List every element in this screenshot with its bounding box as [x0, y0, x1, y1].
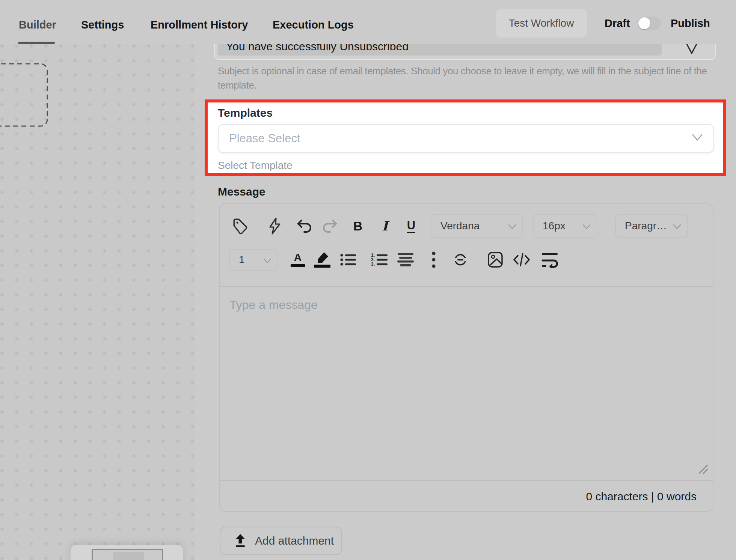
more-options-button[interactable] — [423, 249, 444, 270]
chevron-down-icon — [683, 44, 701, 56]
dynamic-content-button[interactable] — [264, 215, 285, 236]
subject-helper-text: Subject is optional in case of email tem… — [218, 64, 721, 92]
kebab-menu-icon — [431, 251, 436, 268]
redo-icon — [322, 218, 338, 233]
chevron-down-icon — [508, 224, 516, 229]
publish-label: Publish — [671, 17, 710, 30]
tag-button[interactable] — [230, 215, 251, 236]
link-button[interactable] — [450, 249, 471, 270]
highlight-box: Templates Please Select Select Template — [205, 99, 726, 176]
highlight-color-button[interactable] — [312, 249, 333, 270]
wrap-text-button[interactable] — [540, 249, 561, 270]
canvas-minimap[interactable] — [71, 545, 183, 560]
draft-label: Draft — [605, 17, 630, 30]
message-editor: B I U Verdana 16px Paragr… — [219, 203, 713, 512]
bullet-list-icon — [339, 252, 357, 267]
tag-icon — [232, 217, 249, 235]
workflow-canvas[interactable] — [0, 44, 195, 560]
bullet-list-button[interactable] — [338, 249, 359, 270]
align-icon — [397, 252, 414, 267]
subject-input[interactable]: You have successfully Unsubscribed — [218, 44, 662, 56]
text-color-swatch — [291, 264, 305, 267]
resize-handle-icon[interactable] — [698, 464, 709, 474]
line-height-dropdown[interactable]: 1 — [229, 249, 278, 271]
highlight-color-icon — [315, 252, 330, 263]
ordered-list-icon: 1. 2. 3. — [371, 252, 388, 267]
workflow-builder-app: You have successfully Unsubscribed Subje… — [0, 0, 736, 560]
templates-label: Templates — [218, 107, 273, 119]
underline-button[interactable]: U — [401, 215, 422, 236]
upload-icon — [234, 534, 247, 548]
minimap-frame — [92, 549, 163, 560]
message-input[interactable]: Type a message — [229, 298, 318, 312]
template-select-placeholder: Please Select — [229, 125, 300, 152]
toggle-knob — [638, 17, 650, 29]
add-attachment-label: Add attachment — [255, 534, 334, 547]
template-select[interactable]: Please Select — [218, 124, 714, 153]
chevron-down-icon — [673, 224, 681, 229]
chevron-down-icon — [263, 258, 271, 263]
link-icon — [452, 253, 469, 266]
subject-combobox[interactable]: You have successfully Unsubscribed — [214, 44, 716, 60]
font-size-value: 16px — [543, 220, 566, 232]
chevron-down-icon — [692, 134, 703, 142]
test-workflow-button[interactable]: Test Workflow — [496, 9, 587, 38]
paragraph-format-value: Paragr… — [625, 220, 667, 232]
active-tab-underline — [18, 42, 55, 44]
select-template-helper: Select Template — [218, 160, 293, 172]
undo-icon — [297, 218, 312, 233]
ordered-list-button[interactable]: 1. 2. 3. — [369, 249, 390, 270]
image-icon — [487, 251, 504, 268]
workflow-node-placeholder[interactable] — [0, 63, 49, 128]
tab-settings[interactable]: Settings — [81, 19, 124, 31]
bold-label: B — [353, 219, 363, 233]
chevron-down-icon — [582, 224, 591, 229]
underline-label: U — [407, 219, 415, 233]
add-attachment-button[interactable]: Add attachment — [220, 527, 342, 555]
char-word-counter: 0 characters | 0 words — [586, 490, 697, 503]
font-family-value: Verdana — [440, 220, 480, 232]
font-size-dropdown[interactable]: 16px — [533, 214, 597, 238]
publish-toggle[interactable] — [638, 17, 661, 30]
node-settings-panel: You have successfully Unsubscribed Subje… — [196, 44, 736, 560]
highlight-color-swatch — [314, 265, 330, 268]
redo-button[interactable] — [319, 215, 340, 236]
paragraph-format-dropdown[interactable]: Paragr… — [615, 214, 688, 238]
italic-label: I — [382, 218, 388, 233]
text-color-letter: A — [294, 252, 302, 263]
svg-text:3.: 3. — [371, 262, 375, 267]
lightning-icon — [267, 217, 283, 235]
tab-builder[interactable]: Builder — [19, 19, 56, 31]
undo-button[interactable] — [294, 215, 315, 236]
code-button[interactable] — [511, 249, 532, 270]
tab-execution-logs[interactable]: Execution Logs — [273, 19, 354, 31]
italic-button[interactable]: I — [374, 215, 395, 236]
align-button[interactable] — [395, 249, 416, 270]
font-family-dropdown[interactable]: Verdana — [431, 214, 523, 238]
message-label: Message — [218, 185, 265, 198]
top-navigation: Builder Settings Enrollment History Exec… — [0, 0, 736, 44]
wrap-text-icon — [541, 251, 559, 268]
text-color-button[interactable]: A — [287, 249, 308, 270]
toolbar-divider — [220, 286, 713, 287]
minimap-viewport — [113, 552, 144, 560]
tab-enrollment-history[interactable]: Enrollment History — [151, 19, 248, 31]
code-icon — [513, 252, 531, 267]
image-button[interactable] — [485, 249, 506, 270]
line-height-value: 1 — [239, 254, 245, 266]
bold-button[interactable]: B — [347, 215, 368, 236]
